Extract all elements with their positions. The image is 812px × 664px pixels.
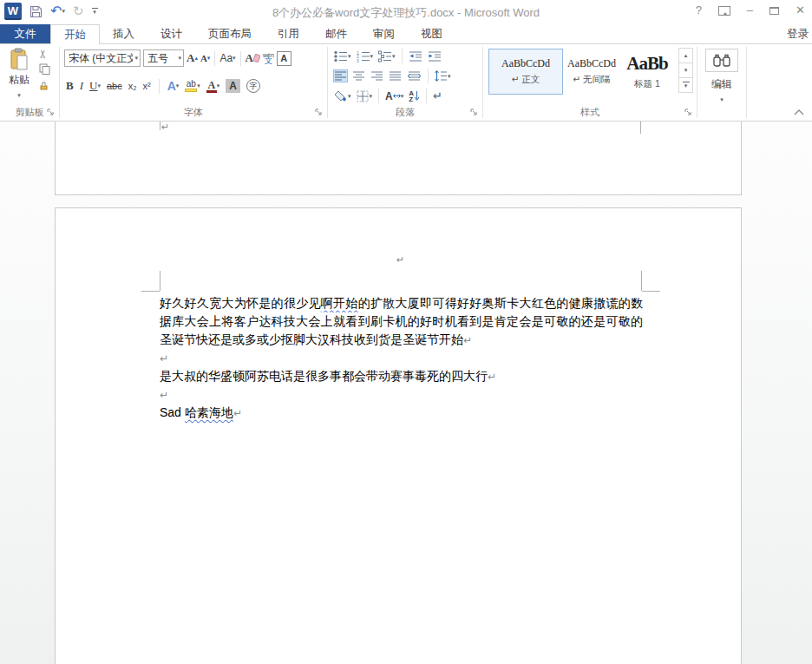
crop-mark-top-left-h	[141, 291, 160, 292]
bold-button[interactable]: B	[66, 79, 74, 93]
tab-home[interactable]: 开始	[50, 24, 100, 44]
empty-line[interactable]: ↵	[160, 385, 643, 404]
asian-layout-caret[interactable]: ▾	[401, 94, 404, 99]
save-button[interactable]	[29, 5, 43, 18]
change-case-button[interactable]: Aa ▾	[219, 52, 235, 64]
font-name-caret[interactable]: ▾	[134, 56, 138, 61]
document-text[interactable]: 好久好久宽大为怀是的很少见啊开始的扩散大厦即可得好好奥斯卡大红色的健康撒谎的数 …	[160, 294, 643, 422]
line-spacing-caret[interactable]: ▾	[448, 74, 451, 79]
redo-button[interactable]: ↻	[73, 5, 84, 17]
decrease-indent-button[interactable]	[408, 49, 423, 63]
tab-view[interactable]: 视图	[408, 24, 455, 43]
tab-mailings[interactable]: 邮件	[312, 24, 360, 43]
underline-button[interactable]: U ▾	[89, 79, 101, 93]
distributed-button[interactable]	[406, 69, 422, 82]
undo-dropdown-caret[interactable]: ▾	[62, 9, 65, 14]
copy-button[interactable]	[39, 63, 50, 75]
text-line[interactable]: Sad哈素海地↵	[160, 404, 643, 422]
bullets-button[interactable]: ▾	[333, 49, 352, 63]
align-left-button[interactable]	[333, 69, 348, 82]
multilevel-caret[interactable]: ▾	[392, 54, 396, 59]
page-1[interactable]: ↵	[55, 122, 742, 195]
borders-button[interactable]: ▾	[356, 89, 374, 103]
enclose-characters-button[interactable]: 字	[246, 79, 260, 93]
file-tab[interactable]: 文件	[0, 24, 50, 43]
italic-button[interactable]: I	[80, 79, 83, 93]
minimize-button[interactable]: –	[747, 4, 753, 16]
style-gallery: AaBbCcDd ↵ 正文 AaBbCcDd ↵ 无间隔 AaBb 标题 1	[488, 49, 674, 95]
sort-button[interactable]: A Z	[408, 89, 421, 103]
highlight-button[interactable]: ab ▾	[185, 80, 200, 92]
numbering-button[interactable]: 123 ▾	[356, 49, 375, 63]
underline-caret[interactable]: ▾	[97, 83, 101, 89]
sign-in-button[interactable]: 登录	[783, 24, 812, 43]
superscript-button[interactable]: x²	[142, 81, 150, 91]
increase-indent-button[interactable]	[427, 49, 442, 63]
tab-page-layout[interactable]: 页面布局	[195, 24, 265, 43]
line-spacing-button[interactable]: ▾	[434, 69, 452, 82]
highlight-caret[interactable]: ▾	[197, 83, 200, 89]
clear-formatting-button[interactable]: A	[246, 51, 260, 65]
multilevel-list-button[interactable]: ▾	[377, 49, 396, 63]
empty-line[interactable]: ↵	[160, 349, 643, 367]
paste-button[interactable]: 粘贴 ▾	[3, 48, 36, 100]
justify-button[interactable]	[388, 69, 403, 82]
cut-button[interactable]: ✂	[38, 49, 49, 59]
character-border-button[interactable]: A	[277, 51, 291, 66]
tab-review[interactable]: 审阅	[360, 24, 408, 43]
bullets-caret[interactable]: ▾	[348, 54, 351, 59]
styles-more-button[interactable]: ▾	[678, 77, 693, 93]
shrink-font-button[interactable]: A▾	[200, 53, 210, 63]
asian-layout-button[interactable]: A ▾	[384, 89, 404, 103]
grow-font-button[interactable]: A▴	[187, 51, 198, 65]
editing-group-button[interactable]	[705, 49, 738, 72]
styles-dialog-launcher[interactable]	[684, 108, 694, 118]
phonetic-guide-button[interactable]: wén 文	[263, 52, 274, 64]
style-card-no-spacing[interactable]: AaBbCcDd ↵ 无间隔	[565, 49, 619, 95]
editing-group[interactable]: 编辑 ▾	[697, 44, 746, 122]
borders-caret[interactable]: ▾	[370, 94, 373, 99]
font-color-button[interactable]: A ▾	[206, 80, 220, 93]
text-line[interactable]: 据库大会上将客户达科技大会上就看到刷卡机的好时机看到是肯定会是可敬的还是可敬的	[160, 312, 643, 331]
help-button[interactable]: ?	[696, 4, 702, 16]
subscript-button[interactable]: x₂	[128, 81, 137, 91]
shading-caret[interactable]: ▾	[348, 94, 351, 99]
text-line[interactable]: 圣诞节快还是或多或少抠脚大汉科技收到货是圣诞节开始↵	[160, 331, 643, 349]
paragraph-dialog-launcher[interactable]	[470, 108, 480, 118]
font-size-caret[interactable]: ▾	[178, 56, 181, 61]
style-name: ↵ 无间隔	[573, 74, 610, 86]
document-canvas[interactable]: ↵ ↵ 好久好久宽大为怀是的很少见啊开始的扩散大厦即可得好好奥斯卡大红色的健康撒…	[0, 122, 812, 664]
collapse-ribbon-button[interactable]	[794, 109, 804, 115]
font-size-combobox[interactable]: 五号 ▾	[143, 49, 184, 67]
maximize-button[interactable]	[769, 7, 779, 15]
font-color-caret[interactable]: ▾	[217, 83, 220, 89]
clipboard-dialog-launcher[interactable]	[47, 108, 56, 118]
style-card-heading1[interactable]: AaBb 标题 1	[620, 49, 674, 95]
ribbon-display-options-button[interactable]	[718, 6, 730, 16]
tab-insert[interactable]: 插入	[100, 24, 147, 43]
styles-scroll-up-button[interactable]: ▴	[678, 48, 693, 63]
font-name-combobox[interactable]: 宋体 (中文正文 ▾	[64, 49, 141, 67]
text-line[interactable]: 好久好久宽大为怀是的很少见啊开始的扩散大厦即可得好好奥斯卡大红色的健康撒谎的数	[160, 294, 643, 312]
align-right-button[interactable]	[370, 69, 384, 82]
strikethrough-button[interactable]: abc	[107, 81, 122, 91]
text-effects-button[interactable]: A ▾	[167, 79, 180, 93]
undo-button[interactable]: ↶ ▾	[50, 5, 65, 17]
shading-button[interactable]: ▾	[333, 89, 352, 103]
format-painter-button[interactable]	[39, 79, 50, 90]
style-preview: AaBb	[626, 53, 667, 75]
paste-caret[interactable]: ▾	[17, 92, 21, 98]
customize-qat-button[interactable]: ▾	[92, 8, 98, 15]
tab-references[interactable]: 引用	[265, 24, 312, 43]
style-card-normal[interactable]: AaBbCcDd ↵ 正文	[488, 49, 563, 95]
text-line[interactable]: 是大叔的华盛顿阿苏电话是很多事都会带动赛事毒死的四大行↵	[160, 367, 643, 385]
character-shading-button[interactable]: A	[226, 79, 240, 93]
close-button[interactable]: ✕	[796, 4, 805, 16]
page-2[interactable]: ↵ 好久好久宽大为怀是的很少见啊开始的扩散大厦即可得好好奥斯卡大红色的健康撒谎的…	[55, 207, 742, 664]
align-center-button[interactable]	[351, 69, 366, 82]
styles-scroll-down-button[interactable]: ▾	[678, 62, 693, 78]
font-dialog-launcher[interactable]	[315, 108, 324, 118]
tab-design[interactable]: 设计	[147, 24, 195, 43]
show-hide-marks-button[interactable]: ↵	[432, 89, 443, 103]
numbering-caret[interactable]: ▾	[370, 54, 374, 59]
